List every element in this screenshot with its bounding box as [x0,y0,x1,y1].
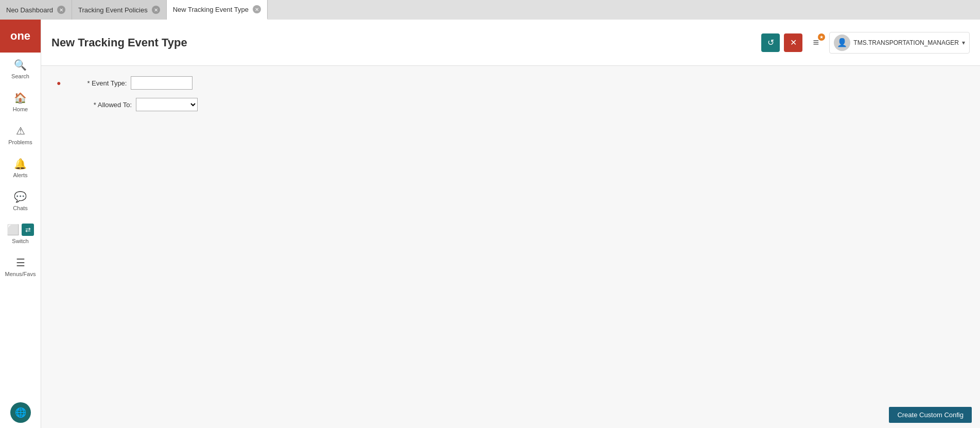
page-title: New Tracking Event Type [51,36,187,49]
world-icon-button[interactable]: 🌐 [10,402,31,423]
form-area: ● * Event Type: * Allowed To: Option 1 O… [41,66,980,428]
tab-new-tracking-event-type[interactable]: New Tracking Event Type ✕ [167,0,268,20]
sidebar-item-switch-label: Switch [12,238,28,244]
tab-neo-dashboard[interactable]: Neo Dashboard ✕ [0,0,72,20]
sidebar-item-home-label: Home [13,106,28,112]
app-logo[interactable]: one [0,20,41,53]
create-custom-config-button[interactable]: Create Custom Config [889,407,972,423]
event-type-row: ● * Event Type: [57,76,965,90]
search-icon: 🔍 [14,59,27,71]
chevron-down-icon: ▾ [962,39,965,46]
tab-bar: Neo Dashboard ✕ Tracking Event Policies … [0,0,980,20]
sidebar-item-chats-label: Chats [13,205,28,211]
home-icon: 🏠 [14,92,27,104]
sidebar-item-menus-favs-label: Menus/Favs [5,271,36,277]
sidebar-item-alerts[interactable]: 🔔 Alerts [0,151,41,184]
event-type-input[interactable] [131,76,192,90]
bottom-bar: Create Custom Config [881,402,980,428]
error-icon: ● [57,79,61,87]
header-actions: ↺ ✕ ≡ ★ 👤 TMS.TRANSPORTATION_MANAGER [761,32,970,54]
close-button[interactable]: ✕ [784,33,802,52]
sidebar-item-menus-favs[interactable]: ☰ Menus/Favs [0,250,41,283]
user-dropdown[interactable]: 👤 TMS.TRANSPORTATION_MANAGER ▾ [829,32,970,54]
sidebar-item-switch[interactable]: ⬜ ⇄ Switch [0,217,41,250]
menu-button[interactable]: ≡ ★ [807,33,825,52]
avatar: 👤 [834,35,850,51]
switch-icon-left: ⬜ [7,224,20,236]
tab-neo-dashboard-label: Neo Dashboard [6,6,53,14]
event-type-label: * Event Type: [65,79,127,87]
tab-tracking-event-policies-label: Tracking Event Policies [78,6,148,14]
sidebar-item-search[interactable]: 🔍 Search [0,53,41,85]
tab-neo-dashboard-close[interactable]: ✕ [57,6,65,14]
chat-icon: 💬 [14,191,27,203]
allowed-to-select[interactable]: Option 1 Option 2 [136,98,198,111]
sidebar-item-home[interactable]: 🏠 Home [0,85,41,118]
tab-tracking-event-policies[interactable]: Tracking Event Policies ✕ [72,0,167,20]
avatar-icon: 👤 [837,38,847,47]
sidebar: one 🔍 Search 🏠 Home ⚠ Problems 🔔 Alerts … [0,20,41,428]
sidebar-item-chats[interactable]: 💬 Chats [0,184,41,217]
notification-badge: ★ [818,33,825,41]
star-icon: ★ [819,35,824,40]
main-layout: one 🔍 Search 🏠 Home ⚠ Problems 🔔 Alerts … [0,20,980,428]
bell-icon: 🔔 [14,158,27,170]
sidebar-item-search-label: Search [11,73,29,79]
refresh-icon: ↺ [767,38,774,47]
tab-tracking-event-policies-close[interactable]: ✕ [152,6,160,14]
sidebar-item-problems-label: Problems [8,139,32,145]
page-header: New Tracking Event Type ↺ ✕ ≡ ★ 👤 [41,20,980,66]
menus-icon: ☰ [16,256,25,269]
refresh-button[interactable]: ↺ [761,33,780,52]
user-name: TMS.TRANSPORTATION_MANAGER [853,39,959,46]
switch-icon-right: ⇄ [22,224,34,236]
sidebar-item-problems[interactable]: ⚠ Problems [0,118,41,151]
sidebar-item-alerts-label: Alerts [13,172,27,178]
tab-new-tracking-event-type-close[interactable]: ✕ [253,5,261,13]
logo-text: one [10,29,30,43]
content-area: New Tracking Event Type ↺ ✕ ≡ ★ 👤 [41,20,980,428]
allowed-to-row: * Allowed To: Option 1 Option 2 [57,98,965,111]
sidebar-bottom: 🌐 [0,402,41,428]
switch-icons: ⬜ ⇄ [7,224,34,236]
warning-icon: ⚠ [16,125,25,137]
allowed-to-label: * Allowed To: [70,101,132,109]
tab-new-tracking-event-type-label: New Tracking Event Type [173,6,249,13]
close-icon: ✕ [790,38,797,47]
